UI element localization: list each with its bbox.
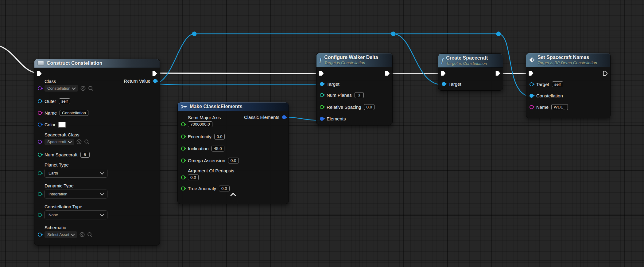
return-value-pin[interactable] bbox=[153, 79, 157, 83]
node-header[interactable]: Set Spacecraft Names Target is BP Demo C… bbox=[526, 53, 610, 67]
data-wire-reroute3-to-constellation bbox=[499, 34, 530, 96]
function-icon: f bbox=[320, 58, 321, 62]
chevron-down-icon bbox=[71, 232, 75, 236]
node-set-spacecraft-names[interactable]: Set Spacecraft Names Target is BP Demo C… bbox=[526, 53, 611, 118]
node-construct-constellation[interactable]: Construct Constellation Return Value Cla… bbox=[34, 59, 160, 245]
class-dropdown[interactable]: Constellation bbox=[45, 85, 78, 92]
name-field[interactable]: WD1_ bbox=[551, 104, 568, 110]
search-icon[interactable] bbox=[84, 139, 89, 144]
true-anomaly-field[interactable]: 0.0 bbox=[219, 186, 230, 191]
spacecraft-class-dropdown[interactable]: Spacecraft bbox=[45, 139, 74, 145]
omega-ascension-pin[interactable] bbox=[181, 159, 185, 163]
node-header[interactable]: Construct Constellation bbox=[34, 59, 160, 68]
constellation-pin[interactable] bbox=[530, 94, 533, 98]
exec-out-pin[interactable] bbox=[603, 71, 608, 76]
exec-in-pin[interactable] bbox=[319, 71, 324, 76]
planet-type-dropdown[interactable]: Earth bbox=[45, 169, 107, 178]
node-title: Configure Walker Delta bbox=[324, 55, 378, 60]
true-anomaly-label: True Anomaly bbox=[188, 186, 216, 191]
num-planes-field[interactable]: 3 bbox=[355, 92, 364, 98]
name-pin[interactable] bbox=[530, 105, 533, 109]
elements-pin[interactable] bbox=[320, 117, 324, 121]
dynamic-type-label: Dynamic Type bbox=[45, 183, 160, 188]
relative-spacing-label: Relative Spacing bbox=[327, 104, 361, 110]
collapse-node-chevron-icon[interactable] bbox=[230, 193, 236, 198]
target-pin[interactable] bbox=[320, 82, 324, 86]
planet-type-pin[interactable] bbox=[38, 171, 42, 175]
reroute-node-3[interactable] bbox=[496, 32, 501, 36]
exec-in-pin[interactable] bbox=[529, 71, 533, 76]
color-pin[interactable] bbox=[38, 123, 42, 127]
target-label: Target bbox=[536, 82, 549, 87]
target-pin-row: Target self bbox=[526, 81, 610, 88]
reroute-node-1[interactable] bbox=[192, 32, 197, 36]
constellation-type-pin-group: Constellation Type None bbox=[34, 204, 160, 219]
relative-spacing-pin-row: Relative Spacing 0.0 bbox=[316, 104, 392, 110]
exec-out-pin[interactable] bbox=[495, 71, 500, 76]
exec-out-pin[interactable] bbox=[152, 71, 157, 76]
relative-spacing-pin[interactable] bbox=[320, 105, 324, 109]
target-pin[interactable] bbox=[442, 82, 446, 86]
node-header[interactable]: Make ClassicElements bbox=[178, 102, 289, 111]
name-field[interactable]: Constellation bbox=[60, 110, 88, 116]
node-header[interactable]: f Create Spacecraft Target is Constellat… bbox=[438, 54, 503, 68]
dynamic-type-dropdown[interactable]: Integration bbox=[45, 190, 107, 198]
classic-elements-out-pin[interactable] bbox=[282, 115, 286, 119]
node-configure-walker-delta[interactable]: f Configure Walker Delta Target is Const… bbox=[316, 53, 393, 125]
node-title: Make ClassicElements bbox=[190, 104, 242, 109]
chevron-down-icon bbox=[72, 86, 76, 90]
num-spacecraft-field[interactable]: 6 bbox=[80, 152, 90, 158]
num-spacecraft-pin[interactable] bbox=[38, 153, 42, 157]
exec-wire-construct-to-walker bbox=[155, 73, 320, 73]
target-pin-row: Target bbox=[438, 80, 503, 87]
blueprint-graph-canvas[interactable]: Construct Constellation Return Value Cla… bbox=[0, 0, 644, 267]
relative-spacing-field[interactable]: 0.0 bbox=[364, 104, 375, 110]
target-pin[interactable] bbox=[530, 82, 533, 86]
node-header[interactable]: f Configure Walker Delta Target is Const… bbox=[316, 53, 392, 67]
construct-object-icon bbox=[37, 61, 44, 66]
true-anomaly-pin[interactable] bbox=[181, 187, 185, 190]
reset-to-default-icon[interactable] bbox=[80, 232, 85, 237]
exec-in-pin[interactable] bbox=[441, 71, 446, 76]
omega-ascension-label: Omega Ascension bbox=[188, 158, 225, 163]
color-swatch[interactable] bbox=[58, 122, 66, 128]
reset-to-default-icon[interactable] bbox=[80, 86, 86, 91]
constellation-type-dropdown[interactable]: None bbox=[45, 210, 107, 219]
node-subtitle: Target is Constellation bbox=[324, 61, 378, 65]
argument-of-periapsis-field[interactable]: 0.0 bbox=[188, 175, 199, 180]
target-field[interactable]: self bbox=[552, 81, 563, 87]
eccentricity-field[interactable]: 0.0 bbox=[214, 134, 225, 139]
argument-of-periapsis-pin[interactable] bbox=[181, 175, 185, 179]
class-pin[interactable] bbox=[38, 86, 42, 90]
constellation-label: Constellation bbox=[536, 93, 563, 98]
spacecraft-class-pin[interactable] bbox=[38, 140, 42, 144]
schematic-pin[interactable] bbox=[38, 233, 42, 237]
omega-ascension-field[interactable]: 0.0 bbox=[228, 158, 239, 163]
exec-out-pin[interactable] bbox=[385, 71, 390, 76]
semi-major-axis-field[interactable]: 7000000.0 bbox=[188, 121, 212, 127]
constellation-type-pin[interactable] bbox=[38, 213, 42, 217]
reset-to-default-icon[interactable] bbox=[76, 139, 82, 144]
dynamic-type-pin[interactable] bbox=[38, 192, 42, 196]
num-spacecraft-label: Num Spacecraft bbox=[45, 152, 78, 157]
inclination-field[interactable]: 45.0 bbox=[211, 146, 224, 151]
reroute-node-2[interactable] bbox=[391, 32, 396, 36]
exec-in-pin[interactable] bbox=[37, 71, 42, 76]
node-title: Create Spacecraft bbox=[446, 55, 488, 61]
outer-field[interactable]: self bbox=[59, 98, 70, 104]
schematic-asset-dropdown[interactable]: Select Asset bbox=[45, 231, 77, 238]
name-pin-row: Name WD1_ bbox=[526, 104, 610, 110]
outer-pin[interactable] bbox=[38, 99, 42, 103]
semi-major-axis-pin[interactable] bbox=[181, 122, 185, 126]
node-title: Construct Constellation bbox=[47, 61, 102, 66]
search-icon[interactable] bbox=[87, 232, 92, 237]
search-icon[interactable] bbox=[88, 86, 93, 91]
num-planes-pin[interactable] bbox=[320, 93, 324, 97]
name-pin[interactable] bbox=[38, 111, 42, 115]
node-create-spacecraft[interactable]: f Create Spacecraft Target is Constellat… bbox=[438, 53, 503, 91]
data-wire-return-to-walker-target bbox=[154, 84, 320, 85]
exec-wire-incoming bbox=[0, 45, 37, 73]
eccentricity-pin[interactable] bbox=[181, 135, 185, 139]
inclination-pin[interactable] bbox=[181, 147, 185, 151]
node-make-classic-elements[interactable]: Make ClassicElements Classic Elements Se… bbox=[177, 102, 289, 204]
